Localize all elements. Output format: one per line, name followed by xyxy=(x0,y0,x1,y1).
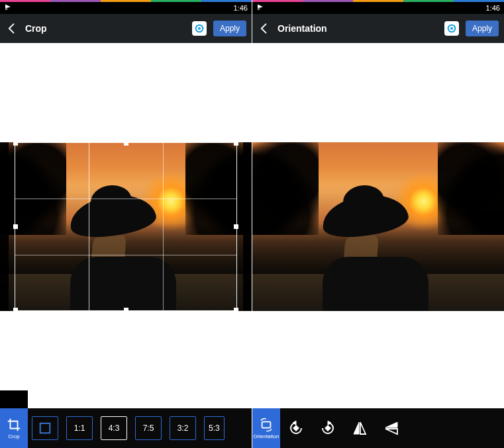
editor-canvas[interactable] xyxy=(0,43,252,408)
page-title: Crop xyxy=(25,23,185,34)
crop-mask-left xyxy=(0,142,9,311)
svg-point-1 xyxy=(198,27,201,30)
ratio-options: 1:1 4:3 7:5 3:2 5:3 xyxy=(28,408,252,448)
crop-handle-tr[interactable] xyxy=(234,142,238,146)
compare-original-button[interactable] xyxy=(444,21,459,36)
flip-vertical-icon xyxy=(383,420,399,436)
back-button[interactable] xyxy=(258,22,271,35)
ratio-free[interactable] xyxy=(32,416,58,440)
page-title: Orientation xyxy=(277,23,438,34)
mode-orientation-tab[interactable]: Orientation xyxy=(252,408,280,448)
mode-crop-tab[interactable]: Crop xyxy=(0,408,28,448)
crop-frame[interactable] xyxy=(15,142,237,311)
apply-button[interactable]: Apply xyxy=(213,21,246,36)
crop-mask-right xyxy=(243,142,252,311)
crop-handle-mr[interactable] xyxy=(234,224,238,229)
editor-canvas[interactable] xyxy=(252,43,504,408)
ratio-3-2[interactable]: 3:2 xyxy=(170,416,196,440)
ratio-1-1[interactable]: 1:1 xyxy=(66,416,93,440)
crop-handle-tl[interactable] xyxy=(13,142,18,146)
crop-handle-br[interactable] xyxy=(234,308,238,311)
orientation-options xyxy=(280,408,504,448)
pane-orientation: 1:46 Orientation Apply xyxy=(252,0,504,448)
flip-horizontal-icon xyxy=(352,420,368,436)
crop-handle-tm[interactable] xyxy=(124,142,128,146)
header: Crop Apply xyxy=(0,14,252,43)
svg-point-4 xyxy=(450,27,453,30)
app-logo-icon xyxy=(256,3,264,13)
photo xyxy=(0,142,252,311)
status-time: 1:46 xyxy=(234,4,248,12)
ratio-4-3[interactable]: 4:3 xyxy=(101,416,127,440)
svg-rect-6 xyxy=(293,426,299,431)
svg-rect-2 xyxy=(40,424,50,433)
pane-crop: 1:46 Crop Apply xyxy=(0,0,252,448)
rotate-left-icon xyxy=(288,420,304,436)
rotate-right-icon xyxy=(320,420,336,436)
status-bar: 1:46 xyxy=(252,2,504,14)
rotate-left-button[interactable] xyxy=(284,416,308,440)
crop-handle-ml[interactable] xyxy=(13,224,18,229)
crop-icon xyxy=(7,418,21,432)
crop-handle-bl[interactable] xyxy=(13,308,18,311)
ratio-7-5[interactable]: 7:5 xyxy=(135,416,162,440)
bottom-toolbar: Crop 1:1 4:3 7:5 3:2 5:3 xyxy=(0,408,252,448)
compare-original-button[interactable] xyxy=(192,21,207,36)
flip-vertical-button[interactable] xyxy=(379,416,403,440)
free-crop-icon xyxy=(38,421,52,435)
svg-rect-5 xyxy=(262,422,271,427)
bottom-toolbar: Orientation xyxy=(252,408,504,448)
apply-button[interactable]: Apply xyxy=(466,21,499,36)
mode-label: Orientation xyxy=(253,433,279,439)
orientation-icon xyxy=(259,418,274,432)
status-time: 1:46 xyxy=(486,4,500,12)
mode-label: Crop xyxy=(8,433,19,439)
back-button[interactable] xyxy=(5,22,19,35)
header: Orientation Apply xyxy=(252,14,504,43)
app-logo-icon xyxy=(4,3,12,13)
photo xyxy=(252,142,504,311)
crop-handle-bm[interactable] xyxy=(124,308,128,311)
rotate-right-button[interactable] xyxy=(316,416,340,440)
svg-rect-7 xyxy=(325,426,330,431)
status-bar: 1:46 xyxy=(0,2,252,14)
flip-horizontal-button[interactable] xyxy=(348,416,372,440)
ratio-5-3[interactable]: 5:3 xyxy=(204,416,225,440)
